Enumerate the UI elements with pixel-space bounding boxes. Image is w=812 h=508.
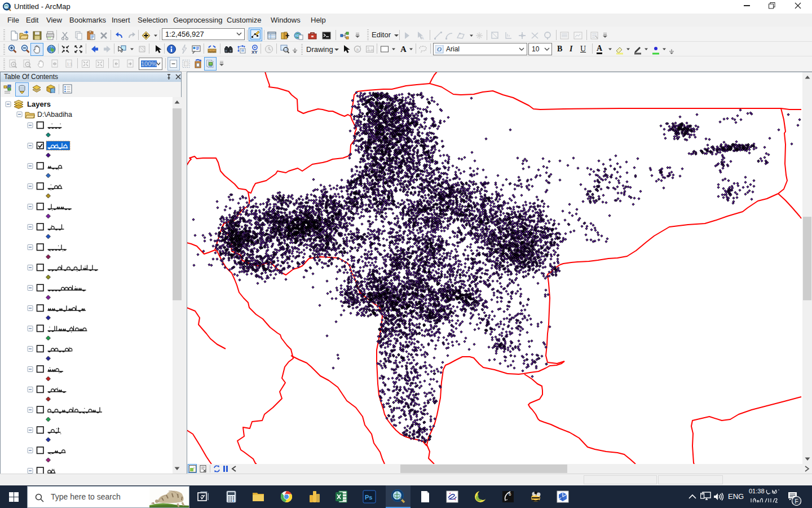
svg-text:F: F — [795, 498, 798, 505]
svg-text:Layers: Layers — [27, 100, 51, 108]
svg-text:A: A — [421, 36, 424, 40]
svg-text:Ps: Ps — [365, 494, 372, 501]
svg-text:6: 6 — [509, 492, 511, 497]
svg-text:1:1: 1:1 — [67, 62, 73, 66]
svg-text:D:\Abadiha: D:\Abadiha — [37, 111, 72, 119]
svg-text:a: a — [356, 47, 359, 52]
svg-text:XY: XY — [251, 50, 258, 55]
svg-text:A: A — [400, 45, 407, 54]
svg-text:O: O — [437, 46, 442, 52]
